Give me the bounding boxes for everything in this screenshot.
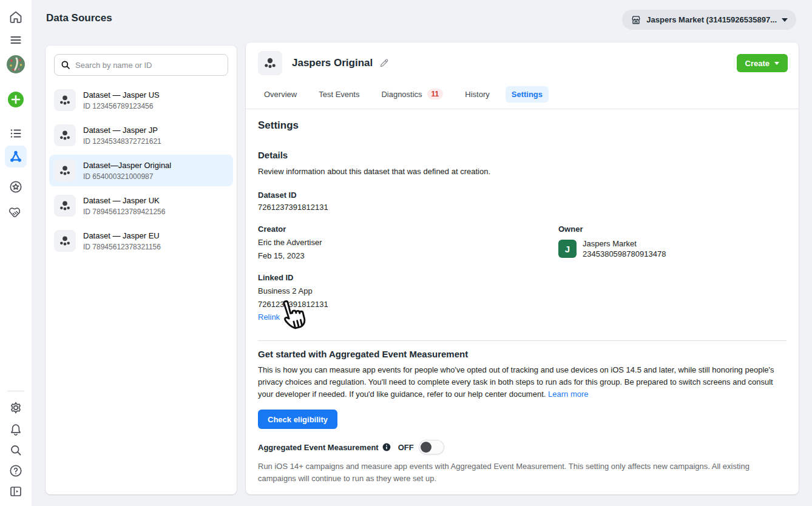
business-selector-label: Jaspers Market (31415926535897...	[646, 15, 777, 24]
aem-toggle-label: Aggregated Event Measurement	[258, 443, 379, 452]
dataset-name: Dataset—Jasper Original	[83, 161, 171, 170]
list-icon[interactable]	[5, 123, 27, 144]
settings-gear-icon[interactable]	[5, 397, 27, 419]
creator-label: Creator	[258, 224, 558, 234]
dataset-title: Jaspers Original	[292, 57, 373, 69]
dataset-name: Dataset — Jasper UK	[83, 196, 165, 206]
dataset-id-label: Dataset ID	[258, 191, 787, 200]
help-icon[interactable]	[5, 460, 27, 482]
menu-icon[interactable]	[5, 29, 27, 51]
check-eligibility-button[interactable]: Check eligibility	[258, 410, 337, 429]
info-icon[interactable]	[382, 443, 391, 451]
relink-link[interactable]: Relink	[258, 312, 280, 322]
business-avatar[interactable]	[5, 53, 27, 75]
aem-toggle-description: Run iOS 14+ campaigns and measure app ev…	[258, 460, 787, 485]
create-plus-icon[interactable]	[5, 89, 27, 110]
dataset-list-panel: Dataset — Jasper US ID 123456789123456 D…	[46, 46, 237, 494]
settings-heading: Settings	[258, 120, 787, 132]
create-button[interactable]: Create	[737, 54, 788, 72]
dataset-id-value: 7261237391812131	[258, 203, 787, 212]
list-item-dataset-jasper-original[interactable]: Dataset—Jasper Original ID 6540003210009…	[49, 155, 233, 186]
left-rail	[0, 0, 32, 506]
linked-id-label: Linked ID	[258, 273, 787, 282]
dataset-name: Dataset — Jasper EU	[83, 231, 161, 241]
dataset-id: ID 78945612378321156	[83, 243, 161, 251]
details-description: Review information about this dataset th…	[258, 166, 787, 178]
aem-toggle[interactable]	[419, 440, 444, 454]
tab-test-events[interactable]: Test Events	[313, 86, 365, 103]
tab-bar: Overview Test Events Diagnostics 11 Hist…	[258, 85, 799, 103]
dataset-name: Dataset — Jasper US	[83, 90, 160, 100]
list-item-dataset-jasper-eu[interactable]: Dataset — Jasper EU ID 78945612378321156	[49, 225, 233, 257]
partners-icon[interactable]	[5, 201, 27, 223]
learn-more-link[interactable]: Learn more	[548, 390, 588, 399]
tab-overview[interactable]: Overview	[258, 86, 303, 103]
page-title: Data Sources	[46, 12, 112, 24]
chevron-down-icon	[774, 62, 779, 65]
collapse-panel-icon[interactable]	[5, 481, 27, 502]
list-item-dataset-jasper-jp[interactable]: Dataset — Jasper JP ID 12345348372721621	[49, 120, 233, 151]
toggle-state-label: OFF	[398, 443, 414, 452]
section-divider	[258, 340, 787, 341]
dataset-icon	[258, 51, 282, 75]
dataset-id: ID 12345348372721621	[83, 137, 161, 146]
aem-heading: Get started with Aggregated Event Measur…	[258, 349, 787, 359]
dataset-id: ID 789456123789421256	[83, 207, 165, 216]
owner-id: 2345380598780913478	[583, 249, 666, 259]
owner-avatar: J	[558, 240, 577, 258]
chevron-down-icon	[782, 18, 788, 22]
dataset-icon	[54, 195, 76, 217]
linked-app-name: Business 2 App	[258, 286, 787, 295]
rail-divider	[7, 391, 24, 391]
owner-name: Jaspers Market	[583, 238, 666, 249]
creator-date: Feb 15, 2023	[258, 251, 558, 260]
aem-description: This is how you can measure app events f…	[258, 364, 787, 400]
dataset-detail-panel: Jaspers Original Create Overview Test Ev…	[246, 42, 799, 494]
creator-name: Eric the Advertiser	[258, 238, 558, 247]
list-item-dataset-jasper-us[interactable]: Dataset — Jasper US ID 123456789123456	[49, 84, 233, 116]
details-heading: Details	[258, 150, 787, 160]
home-icon[interactable]	[5, 6, 27, 28]
dataset-id: ID 123456789123456	[83, 102, 160, 110]
tab-underline	[246, 109, 799, 109]
list-item-dataset-jasper-uk[interactable]: Dataset — Jasper UK ID 78945612378942125…	[49, 190, 233, 221]
dataset-icon	[54, 89, 76, 111]
tab-diagnostics[interactable]: Diagnostics 11	[375, 85, 449, 103]
dataset-name: Dataset — Jasper JP	[83, 126, 161, 135]
tab-history[interactable]: History	[459, 86, 495, 103]
dataset-icon	[54, 230, 76, 252]
edit-pencil-icon[interactable]	[379, 58, 390, 69]
notifications-bell-icon[interactable]	[5, 419, 27, 440]
linked-id-value: 7261237391812131	[258, 300, 787, 309]
star-badge-icon[interactable]	[5, 176, 27, 198]
tab-settings[interactable]: Settings	[506, 86, 549, 103]
owner-label: Owner	[558, 224, 666, 234]
data-sources-icon[interactable]	[5, 146, 27, 167]
diagnostics-count-badge: 11	[427, 89, 444, 100]
search-icon	[60, 59, 71, 70]
search-input[interactable]	[54, 54, 228, 76]
storefront-icon	[631, 15, 641, 25]
dataset-icon	[54, 160, 76, 181]
dataset-id: ID 654000321000987	[83, 172, 171, 181]
business-selector[interactable]: Jaspers Market (31415926535897...	[622, 10, 796, 30]
rail-search-icon[interactable]	[5, 439, 27, 461]
dataset-icon	[54, 124, 76, 146]
